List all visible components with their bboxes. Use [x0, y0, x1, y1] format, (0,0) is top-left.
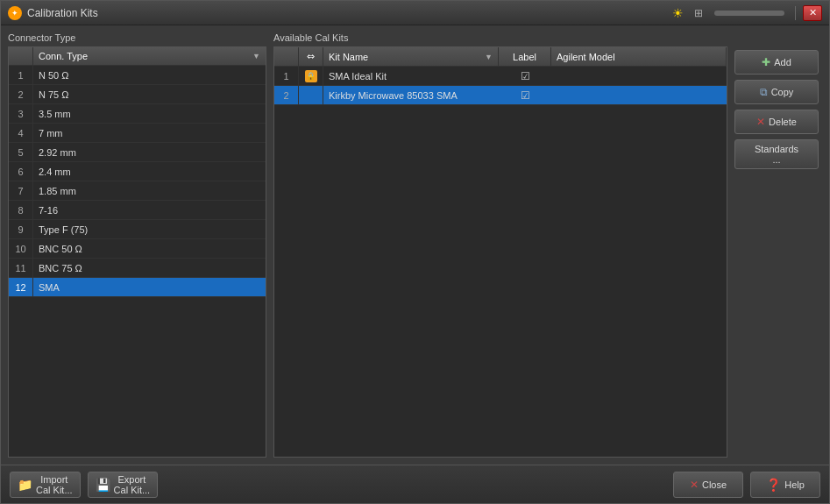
copy-button[interactable]: ⧉ Copy [734, 80, 819, 104]
help-button[interactable]: ❓ Help [750, 472, 820, 498]
row-number: 3 [9, 104, 33, 123]
import-icon: 📁 [18, 478, 32, 492]
left-panel: Connector Type Conn. Type ▼ 1 N 50 Ω 2 N… [8, 32, 266, 458]
connector-col-label: Conn. Type [39, 51, 88, 61]
cal-header: ⇔ Kit Name ▼ Label Agilent Model [274, 47, 727, 67]
cal-header-model: Agilent Model [551, 47, 727, 66]
connector-row[interactable]: 7 1.85 mm [9, 181, 266, 201]
import-button[interactable]: 📁 ImportCal Kit... [10, 472, 81, 498]
label-checkbox[interactable]: ☑ [521, 70, 530, 82]
cal-kit-name: SMA Ideal Kit [323, 71, 499, 82]
cal-header-label: Label [499, 47, 551, 66]
middle-panel: Available Cal Kits ⇔ Kit Name ▼ Label [273, 32, 727, 458]
row-number: 8 [9, 201, 33, 219]
connector-row[interactable]: 6 2.4 mm [9, 162, 266, 181]
bottom-right-buttons: ✕ Close ❓ Help [673, 472, 820, 498]
row-conn-type: SMA [33, 282, 266, 293]
brightness-slider[interactable] [714, 11, 784, 16]
row-conn-type: BNC 50 Ω [33, 244, 266, 254]
row-number: 11 [9, 259, 33, 277]
connector-row[interactable]: 2 N 75 Ω [9, 85, 266, 104]
name-col-label: Kit Name [329, 52, 368, 62]
cal-kits-body: 1 🔒 SMA Ideal Kit ☑ 2 Kirkby Microwave 8… [274, 67, 727, 457]
connector-header-num [9, 47, 33, 65]
connector-row[interactable]: 10 BNC 50 Ω [9, 239, 266, 259]
export-icon: 💾 [96, 478, 110, 492]
cal-row-lock [299, 86, 323, 104]
row-number: 2 [9, 85, 33, 103]
help-icon: ❓ [766, 478, 781, 492]
cal-header-num [274, 47, 299, 66]
connector-header-conn: Conn. Type ▼ [33, 47, 266, 65]
copy-icon: ⧉ [760, 86, 768, 98]
label-col-label: Label [513, 52, 536, 62]
title-bar: ✦ Calibration Kits ☀ ⊞ ✕ [1, 1, 829, 25]
row-conn-type: 1.85 mm [33, 186, 266, 196]
copy-label: Copy [771, 87, 794, 97]
row-conn-type: BNC 75 Ω [33, 263, 266, 273]
main-window: ✦ Calibration Kits ☀ ⊞ ✕ Connector Type … [0, 0, 830, 504]
delete-button[interactable]: ✕ Delete [734, 110, 819, 134]
connector-row[interactable]: 3 3.5 mm [9, 104, 266, 124]
cal-kit-label: ☑ [499, 70, 551, 82]
connector-table-body: 1 N 50 Ω 2 N 75 Ω 3 3.5 mm 4 7 mm 5 2.92… [9, 66, 266, 457]
import-label: ImportCal Kit... [36, 474, 73, 495]
close-button[interactable]: ✕ Close [673, 472, 743, 498]
connector-row[interactable]: 4 7 mm [9, 124, 266, 143]
row-conn-type: 2.92 mm [33, 147, 266, 158]
row-number: 4 [9, 124, 33, 142]
cal-kit-name: Kirkby Microwave 85033 SMA [323, 90, 499, 101]
standards-button[interactable]: Standards ... [734, 139, 819, 169]
cal-kits-table: ⇔ Kit Name ▼ Label Agilent Model [273, 46, 727, 458]
connector-row[interactable]: 12 SMA [9, 278, 266, 297]
grid-button[interactable]: ⊞ [690, 4, 707, 22]
connector-header: Conn. Type ▼ [9, 47, 266, 66]
cal-kit-label: ☑ [499, 89, 551, 102]
app-icon: ✦ [8, 6, 22, 20]
row-number: 12 [9, 278, 33, 296]
connector-row[interactable]: 1 N 50 Ω [9, 66, 266, 85]
add-icon: ✚ [762, 56, 770, 68]
connector-panel-label: Connector Type [8, 32, 266, 43]
label-checkbox[interactable]: ☑ [521, 89, 530, 102]
add-button[interactable]: ✚ Add [734, 50, 819, 75]
row-number: 7 [9, 181, 33, 200]
cal-row-number: 1 [274, 67, 299, 85]
connector-sort-icon[interactable]: ▼ [252, 52, 260, 60]
cal-row-lock: 🔒 [299, 67, 323, 85]
delete-label: Delete [769, 117, 797, 127]
separator [795, 6, 796, 20]
window-title: Calibration Kits [27, 7, 669, 19]
row-number: 1 [9, 66, 33, 84]
connector-row[interactable]: 11 BNC 75 Ω [9, 259, 266, 278]
cal-kit-row[interactable]: 1 🔒 SMA Ideal Kit ☑ [274, 67, 727, 86]
brightness-button[interactable]: ☀ [669, 4, 686, 22]
close-icon: ✕ [690, 479, 699, 491]
standards-label: Standards [755, 144, 798, 154]
cal-kit-row[interactable]: 2 Kirkby Microwave 85033 SMA ☑ [274, 86, 727, 105]
export-button[interactable]: 💾 ExportCal Kit... [88, 472, 159, 498]
delete-icon: ✕ [756, 116, 765, 128]
model-col-label: Agilent Model [557, 52, 615, 62]
help-label: Help [784, 479, 805, 490]
row-number: 10 [9, 239, 33, 258]
arrows-col-label: ⇔ [307, 51, 315, 62]
name-sort-icon[interactable]: ▼ [485, 53, 493, 61]
cal-header-arrows: ⇔ [299, 47, 323, 66]
standards-dots: ... [772, 154, 780, 165]
row-conn-type: 7 mm [33, 128, 266, 138]
connector-row[interactable]: 8 7-16 [9, 201, 266, 220]
window-close-button[interactable]: ✕ [803, 5, 822, 21]
row-number: 9 [9, 220, 33, 238]
row-conn-type: Type F (75) [33, 224, 266, 235]
row-conn-type: 2.4 mm [33, 167, 266, 177]
title-controls: ☀ ⊞ ✕ [669, 4, 822, 22]
connector-row[interactable]: 9 Type F (75) [9, 220, 266, 239]
cal-row-number: 2 [274, 86, 299, 104]
cal-header-name: Kit Name ▼ [323, 47, 499, 66]
connector-row[interactable]: 5 2.92 mm [9, 143, 266, 162]
bottom-left-buttons: 📁 ImportCal Kit... 💾 ExportCal Kit... [10, 472, 158, 498]
row-conn-type: 7-16 [33, 205, 266, 216]
lock-icon: 🔒 [305, 70, 317, 82]
add-label: Add [774, 57, 791, 67]
